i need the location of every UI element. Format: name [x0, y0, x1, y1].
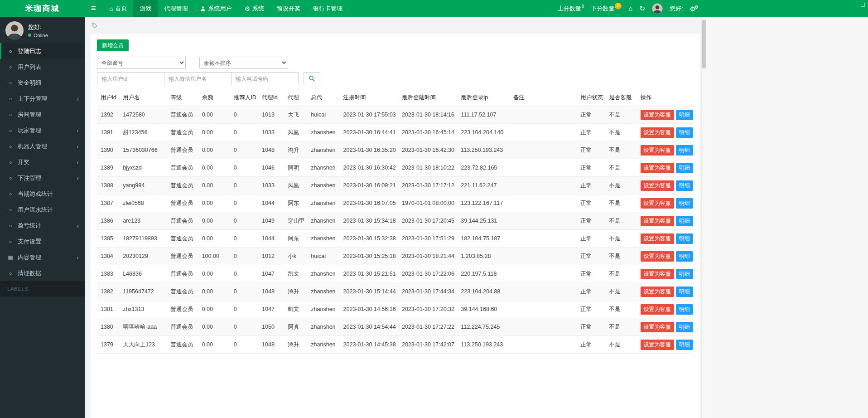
sidebar-item[interactable]: ○登陆日志 [0, 43, 85, 59]
wechat-input[interactable] [164, 72, 231, 85]
score-up-label: 上分数量 [558, 5, 581, 12]
sidebar-item[interactable]: ○开奖‹ [0, 154, 85, 170]
set-service-button[interactable]: 设置为客服 [641, 145, 674, 156]
chevron-left-icon: ‹ [77, 96, 79, 102]
scrollbar-thumb[interactable] [702, 19, 706, 68]
sidebar-item-label: 上下分管理 [18, 95, 47, 103]
set-service-button[interactable]: 设置为客服 [641, 233, 674, 244]
sidebar-item[interactable]: ○机器人管理‹ [0, 138, 85, 154]
sidebar-item[interactable]: ○支付设置 [0, 233, 85, 249]
phone-input[interactable] [231, 72, 299, 85]
table-cell: 普通会员 [167, 159, 198, 177]
sidebar-item-label: 支付设置 [18, 238, 41, 246]
sidebar-item[interactable]: ○用户流水统计 [0, 202, 85, 218]
table-cell: 2023-01-30 16:42:30 [398, 141, 457, 159]
sidebar-item[interactable]: ○清理数据 [0, 265, 85, 281]
detail-button[interactable]: 明细 [676, 251, 693, 262]
circle-icon: ○ [7, 64, 14, 70]
detail-button[interactable]: 明细 [676, 322, 693, 332]
set-service-button[interactable]: 设置为客服 [641, 287, 674, 297]
score-down-button[interactable]: 下分数量0 [591, 5, 622, 13]
nav-item[interactable]: 代理管理 [158, 0, 194, 17]
home-icon[interactable]: ⌂ [628, 0, 632, 17]
app-logo[interactable]: 米珈商城 [0, 0, 85, 17]
nav-item[interactable]: 银行卡管理 [307, 0, 349, 17]
sidebar-item[interactable]: ○资金明细 [0, 75, 85, 91]
nav-item[interactable]: 系统用户 [194, 0, 238, 17]
gear-icon: ⚙ [244, 0, 250, 17]
set-service-button[interactable]: 设置为客服 [641, 304, 674, 315]
table-cell: 不是 [605, 194, 637, 212]
table-cell: 2023-01-30 17:42:07 [398, 336, 457, 354]
table-cell: 2023-01-30 17:17:12 [398, 177, 457, 194]
sidebar-item[interactable]: ○玩家管理‹ [0, 122, 85, 138]
nav-item[interactable]: 游戏 [133, 0, 158, 17]
table-cell: 凯文 [284, 301, 307, 318]
top-header: 米珈商城 ≡ ⌂首页游戏代理管理系统用户⚙系统预设开奖银行卡管理 上分数量0 下… [0, 0, 868, 17]
table-cell: 0.00 [198, 301, 230, 318]
table-cell: 111.17.52.107 [457, 106, 509, 124]
score-up-button[interactable]: 上分数量0 [558, 4, 584, 13]
detail-button[interactable]: 明细 [676, 269, 693, 279]
tag-icon[interactable] [92, 23, 97, 29]
sidebar-item[interactable]: ○上下分管理‹ [0, 91, 85, 107]
table-cell: 普通会员 [167, 177, 198, 194]
detail-button[interactable]: 明细 [676, 127, 693, 138]
set-service-button[interactable]: 设置为客服 [641, 163, 674, 173]
table-row: 139015736030766普通会员0.0001048鸿升zhanshen20… [97, 141, 694, 159]
circle-icon: ○ [7, 175, 14, 181]
sidebar-item[interactable]: ○下注管理‹ [0, 170, 85, 186]
account-filter-select[interactable]: 全部账号 [97, 57, 186, 69]
table-cell: 不是 [605, 159, 637, 177]
detail-button[interactable]: 明细 [676, 163, 693, 173]
sidebar-item[interactable]: ○用户列表 [0, 59, 85, 75]
set-service-button[interactable]: 设置为客服 [641, 180, 674, 191]
content-scrollbar[interactable] [701, 17, 706, 418]
detail-button[interactable]: 明细 [676, 304, 693, 315]
table-cell: 2023-01-30 17:55:03 [340, 106, 398, 124]
sidebar-item[interactable]: ▦内容管理‹ [0, 249, 85, 265]
header-right: 上分数量0 下分数量0 ⌂ ↻ 您好: ⚙⚙ [558, 0, 699, 17]
search-button[interactable] [304, 72, 320, 85]
header-avatar[interactable] [652, 3, 663, 14]
set-service-button[interactable]: 设置为客服 [641, 110, 674, 120]
table-cell: 223.72.82.165 [457, 159, 509, 177]
set-service-button[interactable]: 设置为客服 [641, 198, 674, 209]
table-cell: 1044 [258, 194, 284, 212]
detail-button[interactable]: 明细 [676, 110, 693, 120]
sidebar-avatar[interactable] [5, 21, 24, 39]
hamburger-icon[interactable]: ≡ [85, 0, 102, 17]
settings-gears-icon[interactable]: ⚙⚙ [690, 5, 699, 13]
sidebar-item[interactable]: ○房间管理 [0, 107, 85, 122]
table-cell: 113.250.193.243 [457, 336, 509, 354]
nav-item[interactable]: 预设开奖 [270, 0, 307, 17]
userid-input[interactable] [97, 72, 164, 85]
table-cell: zhanshen [307, 141, 339, 159]
detail-button[interactable]: 明细 [676, 216, 693, 226]
detail-button[interactable]: 明细 [676, 180, 693, 191]
refresh-icon[interactable]: ↻ [639, 0, 645, 17]
set-service-button[interactable]: 设置为客服 [641, 251, 674, 262]
balance-sort-select[interactable]: 余额不排序 [199, 57, 288, 69]
sidebar-item[interactable]: ○盈亏统计‹ [0, 218, 85, 233]
nav-item[interactable]: ⚙系统 [238, 0, 270, 17]
detail-button[interactable]: 明细 [676, 340, 693, 350]
set-service-button[interactable]: 设置为客服 [641, 216, 674, 226]
detail-button[interactable]: 明细 [676, 233, 693, 244]
set-service-button[interactable]: 设置为客服 [641, 269, 674, 279]
circle-icon: ○ [7, 191, 14, 197]
column-header: 余额 [198, 90, 230, 106]
set-service-button[interactable]: 设置为客服 [641, 127, 674, 138]
set-service-button[interactable]: 设置为客服 [641, 340, 674, 350]
set-service-button[interactable]: 设置为客服 [641, 322, 674, 332]
chevron-left-icon: ‹ [77, 254, 79, 261]
detail-button[interactable]: 明细 [676, 287, 693, 297]
detail-button[interactable]: 明细 [676, 145, 693, 156]
corner-icon[interactable] [861, 3, 865, 7]
nav-item[interactable]: ⌂首页 [103, 0, 133, 17]
add-member-button[interactable]: 新增会员 [97, 39, 129, 51]
detail-button[interactable]: 明细 [676, 198, 693, 209]
circle-icon: ○ [7, 207, 14, 213]
search-row [97, 72, 694, 85]
sidebar-item[interactable]: ○当期游戏统计 [0, 186, 85, 202]
